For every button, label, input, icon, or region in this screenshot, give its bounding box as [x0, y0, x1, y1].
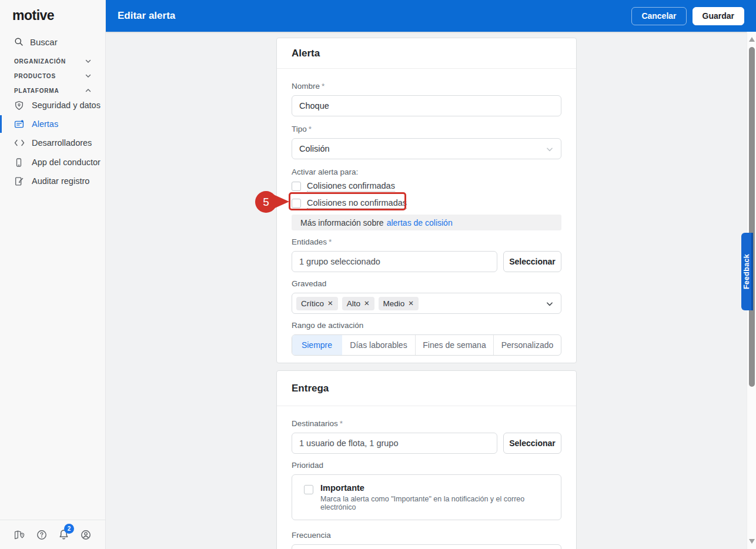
alert-card-title: Alerta	[292, 48, 320, 59]
type-select[interactable]: Colisión	[292, 138, 561, 159]
top-bar: Editar alerta Cancelar Guardar	[106, 0, 756, 32]
severity-chip-alto: Alto✕	[342, 297, 374, 310]
activation-range-segmented: Siempre Días laborables Fines de semana …	[292, 334, 561, 356]
recipients-label: Destinatarios*	[292, 419, 561, 428]
name-label: Nombre*	[292, 82, 561, 91]
severity-chip-critico: Crítico✕	[296, 297, 338, 310]
collision-info-box: Más información sobre alertas de colisió…	[292, 215, 561, 230]
code-icon	[14, 139, 25, 147]
save-button[interactable]: Guardar	[693, 7, 744, 25]
remove-chip-icon[interactable]: ✕	[408, 299, 414, 307]
frequency-label: Frecuencia	[292, 531, 561, 540]
range-option-fines-de-semana[interactable]: Fines de semana	[416, 335, 494, 355]
entities-label: Entidades*	[292, 237, 561, 246]
search-button[interactable]: Buscar	[0, 34, 106, 49]
help-icon[interactable]	[36, 530, 47, 540]
required-asterisk: *	[329, 237, 332, 246]
sidebar-item-alertas[interactable]: Alertas	[0, 115, 106, 133]
chevron-up-icon	[85, 87, 92, 94]
motive-logo: motive	[12, 8, 54, 24]
trigger-label: Activar alerta para:	[292, 168, 561, 176]
sidebar-item-seguridad-y-datos[interactable]: Seguridad y datos	[0, 96, 106, 115]
audit-log-icon	[14, 176, 25, 186]
sidebar-item-desarrolladores[interactable]: Desarrolladores	[0, 133, 106, 152]
severity-label: Gravedad	[292, 279, 561, 288]
sidebar-section-productos[interactable]: PRODUCTOS	[0, 71, 106, 81]
type-label: Tipo*	[292, 125, 561, 133]
activation-range-label: Rango de activación	[292, 321, 561, 330]
recipients-row: 1 usuario de flota, 1 grupo Seleccionar	[292, 433, 561, 454]
sidebar-section-plataforma[interactable]: PLATAFORMA	[0, 86, 106, 95]
required-asterisk: *	[322, 82, 325, 91]
scrollbar-thumb[interactable]	[749, 47, 755, 387]
chevron-down-icon	[85, 58, 92, 65]
sidebar: motive Buscar ORGANIZACIÓN PRODUCTOS PLA…	[0, 0, 106, 549]
feedback-tab[interactable]: Feedback	[741, 233, 753, 310]
remove-chip-icon[interactable]: ✕	[364, 299, 370, 307]
annotation-highlight-box	[289, 192, 406, 210]
range-option-dias-laborables[interactable]: Días laborables	[342, 335, 416, 355]
notifications-bell-icon[interactable]: 2	[58, 529, 69, 540]
feedback-tab-label: Feedback	[742, 254, 751, 289]
severity-chip-medio: Medio✕	[379, 297, 419, 310]
sidebar-item-auditar-registro[interactable]: Auditar registro	[0, 172, 106, 190]
phone-icon	[14, 158, 25, 168]
confirmed-collisions-checkbox[interactable]	[292, 182, 301, 191]
entities-select-button[interactable]: Seleccionar	[503, 251, 561, 272]
important-checkbox[interactable]	[304, 485, 313, 494]
remove-chip-icon[interactable]: ✕	[327, 299, 333, 307]
cancel-button[interactable]: Cancelar	[631, 7, 686, 25]
page-title: Editar alerta	[118, 10, 631, 22]
delivery-card-header: Entrega	[277, 371, 576, 406]
range-option-siempre[interactable]: Siempre	[292, 335, 342, 355]
notification-count-badge: 2	[64, 524, 74, 534]
important-option-box: Importante Marca la alerta como "Importa…	[292, 474, 561, 520]
chevron-down-icon	[546, 300, 554, 308]
severity-multiselect[interactable]: Crítico✕ Alto✕ Medio✕	[292, 293, 561, 314]
name-input[interactable]: Choque	[292, 95, 561, 116]
scroll-up-arrow-icon[interactable]	[749, 37, 755, 42]
shield-lock-icon	[14, 101, 25, 111]
required-asterisk: *	[309, 125, 312, 133]
delivery-card-title: Entrega	[292, 383, 329, 394]
recipients-input[interactable]: 1 usuario de flota, 1 grupo	[292, 433, 497, 454]
search-label: Buscar	[30, 37, 58, 47]
priority-label: Prioridad	[292, 461, 561, 470]
important-description: Marca la alerta como "Importante" en la …	[320, 495, 551, 511]
annotation-step-marker: 5	[255, 191, 277, 213]
alert-card-header: Alerta	[277, 38, 576, 69]
recipients-select-button[interactable]: Seleccionar	[503, 433, 561, 454]
user-account-icon[interactable]	[81, 530, 91, 540]
collision-alerts-link[interactable]: alertas de colisión	[387, 218, 453, 227]
required-asterisk: *	[340, 419, 343, 428]
entities-input[interactable]: 1 grupo seleccionado	[292, 251, 497, 272]
chevron-down-icon	[546, 145, 554, 153]
range-option-personalizado[interactable]: Personalizado	[494, 335, 561, 355]
frequency-select[interactable]	[292, 544, 561, 549]
chevron-down-icon	[85, 72, 92, 79]
important-label: Importante	[320, 483, 551, 493]
sidebar-section-organizacion[interactable]: ORGANIZACIÓN	[0, 56, 106, 66]
confirmed-collisions-row: Colisiones confirmadas	[292, 181, 561, 192]
entities-row: 1 grupo seleccionado Seleccionar	[292, 251, 561, 272]
scroll-down-arrow-icon[interactable]	[749, 539, 755, 544]
sidebar-item-app-del-conductor[interactable]: App del conductor	[0, 153, 106, 172]
alerts-icon	[14, 119, 25, 129]
sidebar-footer: 2	[0, 520, 105, 549]
map-icon[interactable]	[14, 530, 25, 540]
delivery-card: Entrega Destinatarios* 1 usuario de flot…	[276, 370, 577, 549]
search-icon	[14, 37, 24, 46]
confirmed-collisions-label: Colisiones confirmadas	[307, 181, 395, 192]
